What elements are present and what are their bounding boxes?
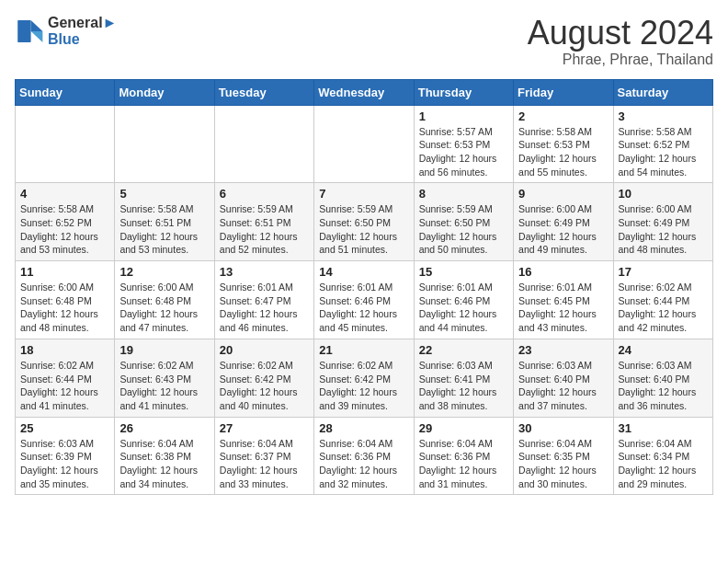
- day-number: 20: [220, 343, 309, 357]
- cell-w2-d7: 10Sunrise: 6:00 AMSunset: 6:49 PMDayligh…: [613, 183, 712, 261]
- title-area: August 2024 Phrae, Phrae, Thailand: [528, 15, 713, 68]
- cell-w2-d3: 6Sunrise: 5:59 AMSunset: 6:51 PMDaylight…: [214, 183, 313, 261]
- svg-rect-2: [17, 20, 30, 42]
- header-tuesday: Tuesday: [214, 79, 313, 105]
- days-header-row: Sunday Monday Tuesday Wednesday Thursday…: [16, 79, 713, 105]
- day-info: Sunrise: 6:04 AMSunset: 6:37 PMDaylight:…: [220, 437, 309, 491]
- day-number: 3: [619, 109, 708, 123]
- day-info: Sunrise: 5:57 AMSunset: 6:53 PMDaylight:…: [419, 125, 508, 179]
- week-row-4: 18Sunrise: 6:02 AMSunset: 6:44 PMDayligh…: [16, 339, 713, 417]
- day-number: 30: [518, 421, 608, 435]
- day-number: 10: [619, 187, 708, 201]
- day-number: 2: [518, 109, 608, 123]
- day-number: 6: [220, 187, 309, 201]
- day-info: Sunrise: 5:58 AMSunset: 6:52 PMDaylight:…: [20, 202, 109, 257]
- day-info: Sunrise: 6:01 AMSunset: 6:47 PMDaylight:…: [220, 281, 309, 335]
- cell-w4-d3: 20Sunrise: 6:02 AMSunset: 6:42 PMDayligh…: [214, 339, 313, 417]
- day-number: 29: [419, 421, 508, 435]
- day-number: 24: [619, 343, 708, 357]
- day-number: 7: [319, 187, 408, 201]
- day-info: Sunrise: 6:04 AMSunset: 6:36 PMDaylight:…: [319, 437, 408, 491]
- day-number: 31: [619, 421, 708, 435]
- cell-w1-d3: [214, 105, 313, 183]
- day-info: Sunrise: 6:01 AMSunset: 6:45 PMDaylight:…: [518, 281, 608, 335]
- day-number: 8: [419, 187, 508, 201]
- cell-w1-d1: [16, 105, 115, 183]
- day-info: Sunrise: 6:02 AMSunset: 6:42 PMDaylight:…: [220, 359, 309, 413]
- day-info: Sunrise: 5:59 AMSunset: 6:50 PMDaylight:…: [419, 202, 508, 257]
- day-number: 16: [518, 265, 608, 279]
- header-sunday: Sunday: [16, 79, 115, 105]
- day-info: Sunrise: 6:00 AMSunset: 6:49 PMDaylight:…: [518, 202, 608, 257]
- cell-w1-d5: 1Sunrise: 5:57 AMSunset: 6:53 PMDaylight…: [414, 105, 513, 183]
- cell-w4-d2: 19Sunrise: 6:02 AMSunset: 6:43 PMDayligh…: [115, 339, 214, 417]
- day-number: 25: [20, 421, 109, 435]
- day-number: 15: [419, 265, 508, 279]
- day-info: Sunrise: 6:04 AMSunset: 6:38 PMDaylight:…: [119, 437, 209, 491]
- day-number: 23: [518, 343, 608, 357]
- day-info: Sunrise: 5:59 AMSunset: 6:50 PMDaylight:…: [319, 202, 408, 257]
- week-row-2: 4Sunrise: 5:58 AMSunset: 6:52 PMDaylight…: [16, 183, 713, 261]
- cell-w1-d7: 3Sunrise: 5:58 AMSunset: 6:52 PMDaylight…: [613, 105, 712, 183]
- day-info: Sunrise: 5:58 AMSunset: 6:52 PMDaylight:…: [619, 125, 708, 179]
- cell-w4-d5: 22Sunrise: 6:03 AMSunset: 6:41 PMDayligh…: [414, 339, 513, 417]
- day-info: Sunrise: 6:03 AMSunset: 6:40 PMDaylight:…: [619, 359, 708, 413]
- cell-w5-d6: 30Sunrise: 6:04 AMSunset: 6:35 PMDayligh…: [514, 417, 613, 495]
- day-number: 14: [319, 265, 408, 279]
- day-number: 21: [319, 343, 408, 357]
- day-number: 17: [619, 265, 708, 279]
- day-info: Sunrise: 6:04 AMSunset: 6:35 PMDaylight:…: [518, 437, 608, 491]
- header-monday: Monday: [115, 79, 214, 105]
- day-info: Sunrise: 5:59 AMSunset: 6:51 PMDaylight:…: [220, 202, 309, 257]
- day-number: 18: [20, 343, 109, 357]
- day-number: 9: [518, 187, 608, 201]
- day-info: Sunrise: 6:00 AMSunset: 6:49 PMDaylight:…: [619, 202, 708, 257]
- cell-w5-d7: 31Sunrise: 6:04 AMSunset: 6:34 PMDayligh…: [613, 417, 712, 495]
- cell-w1-d2: [115, 105, 214, 183]
- cell-w5-d1: 25Sunrise: 6:03 AMSunset: 6:39 PMDayligh…: [16, 417, 115, 495]
- day-info: Sunrise: 6:03 AMSunset: 6:39 PMDaylight:…: [20, 437, 109, 491]
- cell-w3-d5: 15Sunrise: 6:01 AMSunset: 6:46 PMDayligh…: [414, 261, 513, 339]
- day-number: 26: [119, 421, 209, 435]
- cell-w4-d7: 24Sunrise: 6:03 AMSunset: 6:40 PMDayligh…: [613, 339, 712, 417]
- cell-w3-d6: 16Sunrise: 6:01 AMSunset: 6:45 PMDayligh…: [514, 261, 613, 339]
- cell-w2-d1: 4Sunrise: 5:58 AMSunset: 6:52 PMDaylight…: [16, 183, 115, 261]
- logo-text: General► Blue: [48, 15, 117, 48]
- day-info: Sunrise: 6:00 AMSunset: 6:48 PMDaylight:…: [119, 281, 209, 335]
- cell-w5-d5: 29Sunrise: 6:04 AMSunset: 6:36 PMDayligh…: [414, 417, 513, 495]
- day-number: 5: [119, 187, 209, 201]
- header-saturday: Saturday: [613, 79, 712, 105]
- cell-w5-d3: 27Sunrise: 6:04 AMSunset: 6:37 PMDayligh…: [214, 417, 313, 495]
- day-info: Sunrise: 6:02 AMSunset: 6:43 PMDaylight:…: [119, 359, 209, 413]
- day-number: 22: [419, 343, 508, 357]
- cell-w1-d4: [314, 105, 414, 183]
- cell-w2-d6: 9Sunrise: 6:00 AMSunset: 6:49 PMDaylight…: [514, 183, 613, 261]
- cell-w4-d6: 23Sunrise: 6:03 AMSunset: 6:40 PMDayligh…: [514, 339, 613, 417]
- day-number: 19: [119, 343, 209, 357]
- cell-w2-d5: 8Sunrise: 5:59 AMSunset: 6:50 PMDaylight…: [414, 183, 513, 261]
- day-info: Sunrise: 6:02 AMSunset: 6:44 PMDaylight:…: [619, 281, 708, 335]
- header: General► Blue August 2024 Phrae, Phrae, …: [15, 15, 713, 68]
- day-info: Sunrise: 5:58 AMSunset: 6:51 PMDaylight:…: [119, 202, 209, 257]
- calendar-subtitle: Phrae, Phrae, Thailand: [528, 52, 713, 68]
- cell-w1-d6: 2Sunrise: 5:58 AMSunset: 6:53 PMDaylight…: [514, 105, 613, 183]
- header-wednesday: Wednesday: [314, 79, 414, 105]
- day-number: 27: [220, 421, 309, 435]
- logo: General► Blue: [15, 15, 117, 48]
- cell-w4-d1: 18Sunrise: 6:02 AMSunset: 6:44 PMDayligh…: [16, 339, 115, 417]
- day-info: Sunrise: 6:02 AMSunset: 6:44 PMDaylight:…: [20, 359, 109, 413]
- cell-w2-d2: 5Sunrise: 5:58 AMSunset: 6:51 PMDaylight…: [115, 183, 214, 261]
- day-info: Sunrise: 6:04 AMSunset: 6:34 PMDaylight:…: [619, 437, 708, 491]
- day-number: 28: [319, 421, 408, 435]
- day-info: Sunrise: 6:03 AMSunset: 6:41 PMDaylight:…: [419, 359, 508, 413]
- day-info: Sunrise: 5:58 AMSunset: 6:53 PMDaylight:…: [518, 125, 608, 179]
- week-row-3: 11Sunrise: 6:00 AMSunset: 6:48 PMDayligh…: [16, 261, 713, 339]
- cell-w5-d2: 26Sunrise: 6:04 AMSunset: 6:38 PMDayligh…: [115, 417, 214, 495]
- header-thursday: Thursday: [414, 79, 513, 105]
- cell-w4-d4: 21Sunrise: 6:02 AMSunset: 6:42 PMDayligh…: [314, 339, 414, 417]
- logo-icon: [15, 17, 44, 46]
- cell-w3-d2: 12Sunrise: 6:00 AMSunset: 6:48 PMDayligh…: [115, 261, 214, 339]
- cell-w3-d7: 17Sunrise: 6:02 AMSunset: 6:44 PMDayligh…: [613, 261, 712, 339]
- day-number: 12: [119, 265, 209, 279]
- calendar-title: August 2024: [528, 15, 713, 52]
